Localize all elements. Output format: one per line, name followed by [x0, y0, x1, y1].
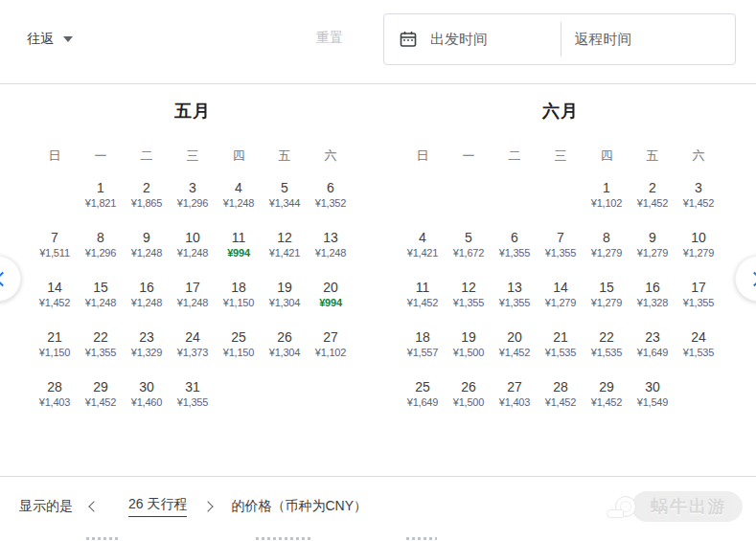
day-number: 9: [143, 230, 150, 246]
day-cell[interactable]: 22¥1,535: [584, 327, 630, 377]
day-cell[interactable]: 19¥1,500: [446, 327, 492, 377]
day-cell[interactable]: 15¥1,248: [78, 278, 124, 327]
trip-length-control: 显示的是 26 天行程 的价格（币种为CNY）: [19, 496, 367, 517]
day-number: 2: [143, 180, 150, 196]
day-cell[interactable]: 6¥1,352: [308, 178, 354, 228]
day-cell[interactable]: 24¥1,373: [170, 327, 216, 377]
day-cell[interactable]: 17¥1,355: [676, 278, 722, 327]
day-cell[interactable]: 8¥1,279: [584, 228, 630, 278]
day-cell[interactable]: 5¥1,344: [262, 178, 308, 228]
day-cell[interactable]: 29¥1,452: [584, 377, 630, 427]
day-cell[interactable]: 23¥1,649: [630, 327, 676, 377]
day-price: ¥1,452: [683, 196, 714, 210]
day-price: ¥1,248: [315, 246, 346, 259]
empty-day-cell: [492, 178, 538, 228]
day-cell[interactable]: 26¥1,304: [262, 327, 308, 377]
day-price: ¥1,279: [683, 246, 714, 259]
day-cell[interactable]: 18¥1,557: [400, 327, 446, 377]
day-price: ¥1,355: [85, 346, 116, 359]
day-cell[interactable]: 19¥1,304: [262, 278, 308, 327]
day-number: 7: [51, 230, 58, 246]
day-cell[interactable]: 21¥1,535: [538, 327, 584, 377]
empty-day-cell: [446, 178, 492, 228]
trip-length-value[interactable]: 26 天行程: [128, 496, 187, 517]
day-number: 25: [231, 329, 246, 346]
day-cell[interactable]: 11¥1,452: [400, 278, 446, 327]
day-cell[interactable]: 1¥1,821: [78, 178, 124, 228]
day-cell[interactable]: 20¥1,452: [492, 327, 538, 377]
day-cell[interactable]: 7¥1,355: [538, 228, 584, 278]
trip-type-dropdown[interactable]: 往返: [27, 29, 73, 50]
day-cell[interactable]: 20¥994: [308, 278, 354, 327]
day-cell[interactable]: 28¥1,403: [32, 377, 78, 427]
next-months-button[interactable]: [735, 256, 756, 302]
day-cell[interactable]: 29¥1,452: [78, 377, 124, 427]
day-cell[interactable]: 21¥1,150: [32, 327, 78, 377]
day-number: 22: [599, 329, 614, 346]
day-cell[interactable]: 31¥1,355: [170, 377, 216, 427]
day-price: ¥1,452: [85, 395, 116, 409]
day-cell[interactable]: 12¥1,355: [446, 278, 492, 327]
day-cell[interactable]: 24¥1,535: [676, 327, 722, 377]
day-cell[interactable]: 4¥1,421: [400, 228, 446, 278]
day-cell[interactable]: 9¥1,279: [630, 228, 676, 278]
day-cell[interactable]: 10¥1,248: [170, 228, 216, 278]
reset-button[interactable]: 重置: [316, 30, 343, 47]
day-cell[interactable]: 27¥1,403: [492, 377, 538, 427]
day-cell[interactable]: 30¥1,460: [124, 377, 170, 427]
day-cell[interactable]: 17¥1,248: [170, 278, 216, 327]
day-cell[interactable]: 13¥1,248: [308, 228, 354, 278]
day-price: ¥1,355: [683, 296, 714, 309]
day-cell[interactable]: 8¥1,296: [78, 228, 124, 278]
day-number: 18: [231, 280, 246, 296]
increase-trip-length-button[interactable]: [200, 499, 216, 514]
decrease-trip-length-button[interactable]: [86, 499, 102, 514]
day-price: ¥1,672: [453, 246, 484, 259]
return-date-placeholder: 返程时间: [575, 31, 632, 49]
day-cell[interactable]: 3¥1,452: [676, 178, 722, 228]
day-cell[interactable]: 25¥1,150: [216, 327, 262, 377]
day-cell[interactable]: 14¥1,452: [32, 278, 78, 327]
day-cell[interactable]: 3¥1,296: [170, 178, 216, 228]
day-cell[interactable]: 5¥1,672: [446, 228, 492, 278]
day-cell[interactable]: 1¥1,102: [584, 178, 630, 228]
day-number: 2: [649, 180, 656, 196]
day-price: ¥1,649: [637, 346, 668, 359]
day-cell[interactable]: 28¥1,452: [538, 377, 584, 427]
day-number: 13: [323, 230, 338, 246]
day-cell[interactable]: 7¥1,511: [32, 228, 78, 278]
day-cell[interactable]: 23¥1,329: [124, 327, 170, 377]
toolbar: 往返 重置 出发时间 返程时间: [0, 0, 756, 84]
day-cell[interactable]: 4¥1,248: [216, 178, 262, 228]
day-cell[interactable]: 9¥1,248: [124, 228, 170, 278]
day-cell[interactable]: 12¥1,421: [262, 228, 308, 278]
day-cell[interactable]: 14¥1,279: [538, 278, 584, 327]
day-price: ¥1,355: [545, 246, 576, 259]
day-cell[interactable]: 2¥1,452: [630, 178, 676, 228]
prev-months-button[interactable]: [0, 256, 21, 302]
day-cell[interactable]: 2¥1,865: [124, 178, 170, 228]
day-cell[interactable]: 26¥1,500: [446, 377, 492, 427]
day-price: ¥1,511: [39, 246, 70, 259]
day-number: 25: [415, 379, 430, 395]
day-cell[interactable]: 15¥1,279: [584, 278, 630, 327]
footer-suffix-label: 的价格（币种为CNY）: [231, 498, 367, 515]
day-cell[interactable]: 30¥1,549: [630, 377, 676, 427]
return-date-field[interactable]: 返程时间: [561, 14, 736, 64]
day-price: ¥1,557: [407, 346, 438, 359]
day-grid: 1¥1,8212¥1,8653¥1,2964¥1,2485¥1,3446¥1,3…: [32, 178, 354, 427]
day-cell[interactable]: 16¥1,248: [124, 278, 170, 327]
day-price: ¥1,150: [39, 346, 70, 359]
day-cell[interactable]: 16¥1,328: [630, 278, 676, 327]
day-cell[interactable]: 25¥1,649: [400, 377, 446, 427]
depart-date-field[interactable]: 出发时间: [384, 14, 561, 64]
day-cell[interactable]: 10¥1,279: [676, 228, 722, 278]
day-cell[interactable]: 6¥1,355: [492, 228, 538, 278]
day-cell[interactable]: 13¥1,355: [492, 278, 538, 327]
day-cell[interactable]: 22¥1,355: [78, 327, 124, 377]
day-price: ¥1,344: [269, 196, 300, 210]
day-cell[interactable]: 27¥1,102: [308, 327, 354, 377]
day-cell[interactable]: 18¥1,150: [216, 278, 262, 327]
day-price: ¥1,248: [131, 246, 162, 259]
day-cell[interactable]: 11¥994: [216, 228, 262, 278]
